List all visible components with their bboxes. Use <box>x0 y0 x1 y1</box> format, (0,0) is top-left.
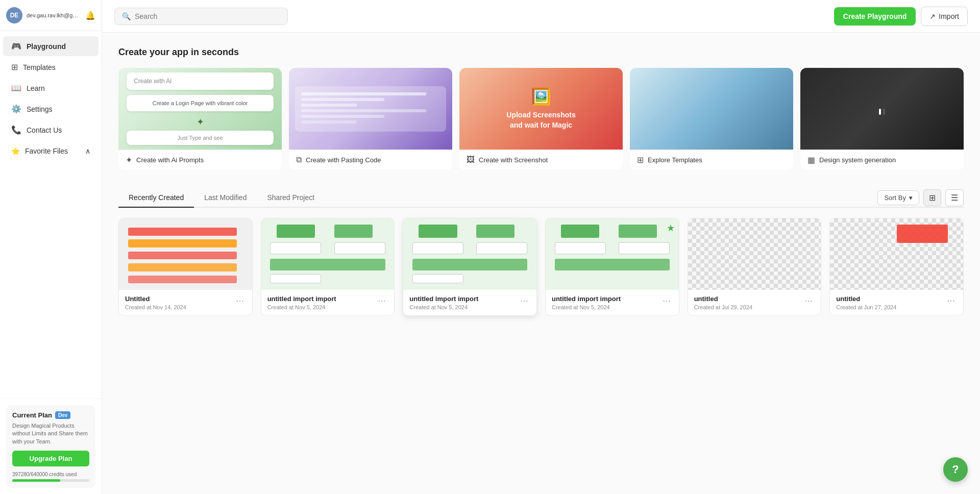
main-area: 🔍 Create Playground ↗ Import Create your… <box>102 0 980 494</box>
templates-icon: ⊞ <box>11 62 18 72</box>
card-preview-templates <box>630 68 793 150</box>
grid-view-button[interactable]: ⊞ <box>923 189 941 206</box>
project-thumbnail-4: ★ <box>546 218 679 290</box>
notification-bell-icon[interactable]: 🔔 <box>85 11 95 20</box>
card-footer-templates: ⊞ Explore Templates <box>630 150 793 170</box>
ai-just-type: Just Type and see <box>127 131 274 145</box>
tab-shared-project[interactable]: Shared Project <box>257 188 325 208</box>
sidebar-item-playground-label: Playground <box>27 42 66 51</box>
card-preview-design <box>800 68 964 150</box>
plan-badge: Dev <box>55 411 70 419</box>
creation-card-templates[interactable]: ⊞ Explore Templates <box>630 68 793 170</box>
project-date-3: Created at Nov 5, 2024 <box>409 304 478 310</box>
project-name-3: untitled import import <box>409 295 478 303</box>
project-menu-5[interactable]: ⋯ <box>802 295 815 307</box>
paste-code-label: Create with Pasting Code <box>306 156 381 164</box>
project-thumbnail-1 <box>119 218 252 290</box>
project-details-3: untitled import import Created at Nov 5,… <box>409 295 478 310</box>
sidebar-item-contact[interactable]: 📞 Contact Us <box>3 120 99 140</box>
tab-last-modified[interactable]: Last Modified <box>194 188 257 208</box>
project-card-1[interactable]: Untitled Created at Nov 14, 2024 ⋯ <box>118 218 253 316</box>
project-card-4[interactable]: ★ untitled import import Created at Nov … <box>545 218 679 316</box>
creation-card-ai[interactable]: Create with Ai Create a Login Page with … <box>118 68 282 170</box>
screenshot-text-1: Upload Screenshots <box>506 110 575 120</box>
help-button[interactable]: ? <box>943 457 968 482</box>
sidebar-item-learn[interactable]: 📖 Learn <box>3 78 99 98</box>
ai-prompt-box-2: Create a Login Page with vibrant color <box>127 95 274 111</box>
project-details-1: Untitled Created at Nov 14, 2024 <box>125 295 186 310</box>
project-date-1: Created at Nov 14, 2024 <box>125 304 186 310</box>
explore-templates-label: Explore Templates <box>648 156 702 164</box>
creation-card-design[interactable]: ▦ Design system generation <box>800 68 964 170</box>
credits-bar-bg <box>12 479 89 482</box>
search-icon: 🔍 <box>122 12 131 20</box>
hero-title: Create your app in seconds <box>118 47 964 58</box>
sidebar-nav: 🎮 Playground ⊞ Templates 📖 Learn ⚙️ Sett… <box>0 31 102 399</box>
project-tabs: Recently Created Last Modified Shared Pr… <box>118 188 964 208</box>
header-actions: Create Playground ↗ Import <box>834 7 968 26</box>
create-playground-button[interactable]: Create Playground <box>834 7 916 26</box>
project-details-4: untitled import import Created at Nov 5,… <box>552 295 621 310</box>
user-email: dev.gau.rav.lkh@gmail.com <box>27 12 81 18</box>
favorites-label: Favorite Files <box>25 147 68 155</box>
settings-icon: ⚙️ <box>11 104 21 114</box>
sidebar-item-playground[interactable]: 🎮 Playground <box>3 36 99 56</box>
credits-text: 397280/640000 credits used <box>12 472 89 477</box>
sort-chevron-icon: ▾ <box>909 194 913 202</box>
project-date-5: Created at Jul 29, 2024 <box>694 304 752 310</box>
project-card-5[interactable]: untitled Created at Jul 29, 2024 ⋯ <box>688 218 822 316</box>
project-info-2: untitled import import Created at Nov 5,… <box>261 290 395 315</box>
project-name-6: untitled <box>836 295 896 303</box>
plan-description: Design Magical Products without Limits a… <box>12 422 89 446</box>
sidebar-item-templates[interactable]: ⊞ Templates <box>3 57 99 77</box>
sidebar-item-learn-label: Learn <box>27 84 45 92</box>
current-plan-card: Current Plan Dev Design Magical Products… <box>6 405 95 488</box>
import-label: Import <box>939 12 959 20</box>
project-details-2: untitled import import Created at Nov 5,… <box>267 295 336 310</box>
search-box[interactable]: 🔍 <box>114 8 288 25</box>
import-button[interactable]: ↗ Import <box>921 7 968 26</box>
list-view-button[interactable]: ☰ <box>945 189 964 206</box>
explore-templates-icon: ⊞ <box>637 155 644 165</box>
favorites-toggle[interactable]: ⭐ Favorite Files ∧ <box>3 142 99 160</box>
upgrade-plan-button[interactable]: Upgrade Plan <box>12 451 89 466</box>
project-card-2[interactable]: untitled import import Created at Nov 5,… <box>261 218 395 316</box>
sort-by-label: Sort By <box>884 194 906 202</box>
tab-actions: Sort By ▾ ⊞ ☰ <box>877 189 964 206</box>
project-menu-6[interactable]: ⋯ <box>945 295 957 307</box>
ai-cursor-icon: ✦ <box>127 116 274 128</box>
project-thumbnail-2 <box>261 218 395 290</box>
header: 🔍 Create Playground ↗ Import <box>102 0 980 33</box>
credits-bar-fill <box>12 479 60 482</box>
project-menu-4[interactable]: ⋯ <box>660 295 673 307</box>
project-menu-1[interactable]: ⋯ <box>234 295 246 307</box>
ai-prompt-box-1: Create with Ai <box>127 72 274 90</box>
card-footer-screenshot: 🖼 Create with Screenshot <box>459 150 623 169</box>
project-card-6[interactable]: untitled Created at Jun 27, 2024 ⋯ <box>829 218 964 316</box>
sidebar-item-settings[interactable]: ⚙️ Settings <box>3 99 99 119</box>
search-input[interactable] <box>135 12 280 20</box>
project-details-6: untitled Created at Jun 27, 2024 <box>836 295 896 310</box>
contact-icon: 📞 <box>11 125 21 135</box>
star-badge-4: ★ <box>667 223 675 234</box>
project-info-3: untitled import import Created at Nov 5,… <box>403 290 536 315</box>
sidebar-item-settings-label: Settings <box>27 105 53 113</box>
project-info-6: untitled Created at Jun 27, 2024 ⋯ <box>830 290 963 315</box>
card-footer-ai: ✦ Create with Ai Prompts <box>118 150 282 170</box>
chevron-up-icon: ∧ <box>85 147 90 155</box>
sidebar-item-templates-label: Templates <box>23 63 56 71</box>
sidebar-item-contact-label: Contact Us <box>27 126 62 134</box>
tab-recently-created[interactable]: Recently Created <box>118 188 194 208</box>
project-card-3[interactable]: untitled import import Created at Nov 5,… <box>403 218 537 316</box>
sort-by-button[interactable]: Sort By ▾ <box>877 190 919 205</box>
project-menu-3[interactable]: ⋯ <box>518 295 530 307</box>
card-footer-paste: ⧉ Create with Pasting Code <box>289 150 452 169</box>
creation-card-screenshot[interactable]: 🖼️ Upload Screenshots and wait for Magic… <box>459 68 623 170</box>
screenshot-upload-icon: 🖼️ <box>531 87 551 106</box>
creation-card-paste[interactable]: ⧉ Create with Pasting Code <box>289 68 452 170</box>
sidebar-bottom: Current Plan Dev Design Magical Products… <box>0 399 102 494</box>
plan-header: Current Plan Dev <box>12 411 89 419</box>
project-name-4: untitled import import <box>552 295 621 303</box>
card-preview-paste <box>289 68 452 150</box>
project-menu-2[interactable]: ⋯ <box>376 295 388 307</box>
